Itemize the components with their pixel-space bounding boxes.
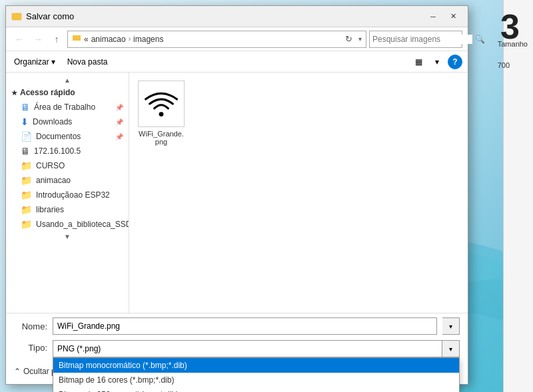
file-thumbnail xyxy=(138,81,185,127)
nav-toolbar: ← → ↑ « animacao › imagens ↻ ▾ 🔍 xyxy=(6,27,468,51)
nav-item-ssd1306[interactable]: 📁 Usando_a_biblioteca_SSD1306 xyxy=(6,217,129,232)
path-animacao: animacao xyxy=(91,35,126,44)
libraries-label: libraries xyxy=(36,205,64,214)
scroll-up[interactable]: ▲ xyxy=(6,75,129,85)
quick-access-label: Acesso rápido xyxy=(20,88,75,97)
nav-item-animacao[interactable]: 📁 animacao xyxy=(6,173,129,188)
dialog-title: Salvar como xyxy=(26,11,74,21)
ssd1306-icon: 📁 xyxy=(21,219,32,230)
nav-item-network[interactable]: 🖥 172.16.100.5 xyxy=(6,144,129,158)
network-icon: 🖥 xyxy=(21,146,30,156)
pin-icon-desktop: 📌 xyxy=(115,104,123,111)
downloads-icon: ⬇ xyxy=(21,116,29,127)
nome-dropdown-btn[interactable]: ▾ xyxy=(442,317,460,335)
title-bar: Salvar como ─ ✕ xyxy=(6,6,468,27)
organizar-toolbar: Organizar ▾ Nova pasta ▦ ▾ ? xyxy=(6,51,468,73)
quick-access-chevron: ★ xyxy=(11,89,17,97)
back-button[interactable]: ← xyxy=(11,31,27,47)
pin-icon-downloads: 📌 xyxy=(115,118,123,126)
nav-item-desktop[interactable]: 🖥 Área de Trabalho 📌 xyxy=(6,100,129,114)
svg-rect-6 xyxy=(73,37,81,41)
path-imagens: imagens xyxy=(133,35,163,44)
refresh-button[interactable]: ↻ xyxy=(341,32,356,47)
svg-rect-3 xyxy=(12,15,21,20)
file-item-wifi[interactable]: WiFi_Grande.png xyxy=(135,78,188,148)
ssd1306-label: Usando_a_biblioteca_SSD1306 xyxy=(36,220,129,229)
help-button[interactable]: ? xyxy=(448,55,462,69)
title-controls: ─ ✕ xyxy=(424,10,462,23)
address-path: « animacao › imagens xyxy=(72,33,338,45)
documentos-label: Documentos xyxy=(36,132,81,141)
search-input[interactable] xyxy=(372,35,472,44)
svg-point-8 xyxy=(159,112,164,116)
curso-label: CURSO xyxy=(36,161,65,170)
main-content: ▲ ★ Acesso rápido 🖥 Área de Trabalho 📌 ⬇… xyxy=(6,73,468,313)
scroll-down[interactable]: ▼ xyxy=(6,232,129,242)
tipo-container: PNG (*.png) ▾ Bitmap monocromático (*.bm… xyxy=(53,340,460,357)
path-separator: › xyxy=(129,35,131,43)
network-label: 172.16.100.5 xyxy=(34,146,81,156)
introducao-label: Introduçãoao ESP32 xyxy=(36,190,110,200)
path-icon xyxy=(72,33,81,45)
nova-pasta-button[interactable]: Nova pasta xyxy=(63,56,112,68)
save-dialog: Salvar como ─ ✕ ← → ↑ « animacao › image… xyxy=(5,5,468,385)
downloads-label: Downloads xyxy=(33,117,72,126)
search-box: 🔍 xyxy=(369,31,462,48)
wifi-preview-icon xyxy=(144,87,179,121)
nav-item-documentos[interactable]: 📄 Documentos 📌 xyxy=(6,129,129,144)
left-panel: ▲ ★ Acesso rápido 🖥 Área de Trabalho 📌 ⬇… xyxy=(6,73,129,313)
corner-number: 3 xyxy=(500,7,520,47)
toolbar2-right: ▦ ▾ ? xyxy=(410,55,462,69)
tipo-option-0[interactable]: Bitmap monocromático (*.bmp;*.dib) xyxy=(53,358,459,373)
right-panel: WiFi_Grande.png xyxy=(129,73,468,313)
close-button[interactable]: ✕ xyxy=(444,10,462,23)
dialog-icon xyxy=(11,11,22,22)
bottom-bar: Nome: ▾ Tipo: PNG (*.png) ▾ Bitmap monoc… xyxy=(6,313,468,384)
nome-input[interactable] xyxy=(53,317,437,335)
quick-access-header[interactable]: ★ Acesso rápido xyxy=(6,85,129,100)
up-button[interactable]: ↑ xyxy=(49,31,65,47)
search-icon: 🔍 xyxy=(475,35,485,44)
tipo-dropdown-btn[interactable]: ▾ xyxy=(442,340,460,357)
desktop-label: Área de Trabalho xyxy=(34,102,95,112)
view-button[interactable]: ▦ xyxy=(410,55,426,69)
tipo-option-1[interactable]: Bitmap de 16 cores (*.bmp;*.dib) xyxy=(53,373,459,387)
address-bar[interactable]: « animacao › imagens ↻ ▾ xyxy=(67,31,366,48)
nav-item-libraries[interactable]: 📁 libraries xyxy=(6,202,129,217)
side-ruler: Tamanho 700 xyxy=(503,0,533,392)
nav-item-curso[interactable]: 📁 CURSO xyxy=(6,158,129,173)
libraries-icon: 📁 xyxy=(21,204,32,215)
documentos-icon: 📄 xyxy=(21,131,32,142)
svg-rect-4 xyxy=(13,13,16,15)
file-name: WiFi_Grande.png xyxy=(137,130,185,146)
dropdown-arrow: ▾ xyxy=(358,35,362,43)
tipo-select-bar: PNG (*.png) ▾ xyxy=(53,340,460,357)
curso-icon: 📁 xyxy=(21,160,32,171)
tipo-label: Tipo: xyxy=(14,340,47,353)
introducao-icon: 📁 xyxy=(21,190,32,200)
nav-item-downloads[interactable]: ⬇ Downloads 📌 xyxy=(6,114,129,129)
tipo-dropdown: Bitmap monocromático (*.bmp;*.dib) Bitma… xyxy=(53,357,460,392)
organizar-label: Organizar xyxy=(14,57,49,67)
hide-folders-chevron: ⌃ xyxy=(14,367,21,376)
desktop-icon: 🖥 xyxy=(21,102,30,112)
forward-button[interactable]: → xyxy=(30,31,46,47)
organizar-button[interactable]: Organizar ▾ xyxy=(11,56,58,68)
tipo-current-value[interactable]: PNG (*.png) xyxy=(53,340,442,357)
tipo-row: Tipo: PNG (*.png) ▾ Bitmap monocromático… xyxy=(14,340,460,357)
nav-item-introducao[interactable]: 📁 Introduçãoao ESP32 xyxy=(6,188,129,202)
tipo-option-2[interactable]: Bitmap de 256 cores (*.bmp;*.dib) xyxy=(53,387,459,392)
nome-row: Nome: ▾ xyxy=(14,317,460,335)
animacao-icon: 📁 xyxy=(21,175,32,186)
organizar-chevron: ▾ xyxy=(51,57,55,67)
title-bar-left: Salvar como xyxy=(11,11,74,22)
animacao-label: animacao xyxy=(36,176,71,185)
minimize-button[interactable]: ─ xyxy=(424,10,442,23)
path-prefix: « xyxy=(84,35,89,44)
view-dropdown-button[interactable]: ▾ xyxy=(429,55,445,69)
ruler-value: 700 xyxy=(498,61,528,69)
nome-label: Nome: xyxy=(14,321,47,331)
pin-icon-documentos: 📌 xyxy=(115,133,123,140)
